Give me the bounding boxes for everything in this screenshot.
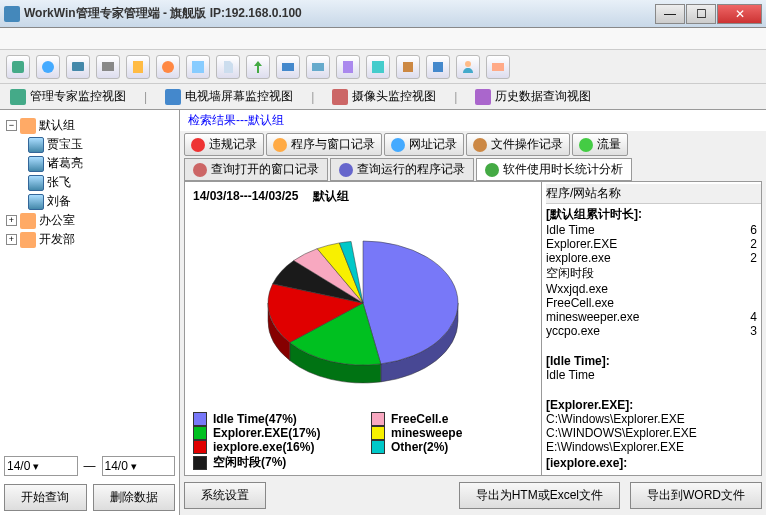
list-item[interactable]: E:\Windows\Explorer.EXE bbox=[546, 440, 761, 454]
rectab-traffic[interactable]: 流量 bbox=[572, 133, 628, 156]
list-header: 程序/网站名称 bbox=[546, 184, 761, 204]
toolbar-icon-6[interactable] bbox=[156, 55, 180, 79]
app-icon bbox=[4, 6, 20, 22]
list-item[interactable]: 空闲时段 bbox=[546, 265, 761, 282]
viewtab-wall[interactable]: 电视墙屏幕监控视图 bbox=[161, 86, 297, 107]
rectab-file[interactable]: 文件操作记录 bbox=[466, 133, 570, 156]
expand-icon[interactable]: + bbox=[6, 234, 17, 245]
date-dash: — bbox=[84, 459, 96, 473]
tree-root[interactable]: − 默认组 bbox=[6, 116, 173, 135]
system-settings-button[interactable]: 系统设置 bbox=[184, 482, 266, 509]
list-item[interactable]: iexplore.exe2 bbox=[546, 251, 761, 265]
toolbar-icon-14[interactable] bbox=[396, 55, 420, 79]
svg-point-5 bbox=[162, 61, 174, 73]
toolbar-icon-screen[interactable] bbox=[66, 55, 90, 79]
list-item[interactable]: Explorer.EXE2 bbox=[546, 237, 761, 251]
svg-rect-8 bbox=[312, 63, 324, 71]
group-tree[interactable]: − 默认组 贾宝玉 诸葛亮 张飞 刘备 + 办公室 + 开发部 bbox=[0, 110, 179, 452]
chart-range: 14/03/18---14/03/25 bbox=[193, 189, 298, 203]
group-icon bbox=[20, 213, 36, 229]
list-item[interactable]: yccpo.exe3 bbox=[546, 324, 761, 338]
tree-member[interactable]: 刘备 bbox=[28, 192, 173, 211]
toolbar-icon-12[interactable] bbox=[336, 55, 360, 79]
export-html-button[interactable]: 导出为HTM或Excel文件 bbox=[459, 482, 620, 509]
toolbar-icon-5[interactable] bbox=[126, 55, 150, 79]
tree-member[interactable]: 张飞 bbox=[28, 173, 173, 192]
svg-rect-4 bbox=[133, 61, 143, 73]
tree-member[interactable]: 诸葛亮 bbox=[28, 154, 173, 173]
subtab-stats[interactable]: 软件使用时长统计分析 bbox=[476, 158, 632, 181]
minimize-button[interactable]: — bbox=[655, 4, 685, 24]
svg-rect-3 bbox=[102, 62, 114, 71]
list-item[interactable]: Idle Time bbox=[546, 368, 761, 382]
chart-legend: Idle Time(47%) FreeCell.e Explorer.EXE(1… bbox=[193, 412, 533, 471]
export-word-button[interactable]: 导出到WORD文件 bbox=[630, 482, 762, 509]
viewtab-monitor[interactable]: 管理专家监控视图 bbox=[6, 86, 130, 107]
svg-rect-10 bbox=[372, 61, 384, 73]
monitor-icon bbox=[28, 175, 44, 191]
toolbar-icon-8[interactable] bbox=[216, 55, 240, 79]
delete-button[interactable]: 删除数据 bbox=[93, 484, 176, 511]
main-toolbar bbox=[0, 50, 766, 84]
toolbar-icon-10[interactable] bbox=[276, 55, 300, 79]
pie-chart bbox=[258, 225, 468, 395]
list-section: [Explorer.EXE]: bbox=[546, 398, 761, 412]
rectab-violation[interactable]: 违规记录 bbox=[184, 133, 264, 156]
rectab-program[interactable]: 程序与窗口记录 bbox=[266, 133, 382, 156]
svg-rect-7 bbox=[282, 63, 294, 71]
group-icon bbox=[20, 118, 36, 134]
toolbar-icon-15[interactable] bbox=[426, 55, 450, 79]
toolbar-icon-17[interactable] bbox=[486, 55, 510, 79]
subtab-programs[interactable]: 查询运行的程序记录 bbox=[330, 158, 474, 181]
date-from-select[interactable]: 14/0 ▾ bbox=[4, 456, 78, 476]
date-to-select[interactable]: 14/0 ▾ bbox=[102, 456, 176, 476]
toolbar-icon-globe[interactable] bbox=[36, 55, 60, 79]
toolbar-icon-1[interactable] bbox=[6, 55, 30, 79]
bottom-buttons: 系统设置 导出为HTM或Excel文件 导出到WORD文件 bbox=[180, 476, 766, 515]
tree-label: 默认组 bbox=[39, 117, 75, 134]
svg-rect-9 bbox=[343, 61, 353, 73]
menu-item[interactable] bbox=[0, 28, 11, 49]
list-item[interactable]: Idle Time6 bbox=[546, 223, 761, 237]
chart-group: 默认组 bbox=[313, 189, 349, 203]
monitor-icon bbox=[28, 156, 44, 172]
toolbar-icon-13[interactable] bbox=[366, 55, 390, 79]
menubar bbox=[0, 28, 766, 50]
toolbar-icon-9[interactable] bbox=[246, 55, 270, 79]
monitor-icon bbox=[28, 194, 44, 210]
toolbar-icon-7[interactable] bbox=[186, 55, 210, 79]
tree-group[interactable]: + 办公室 bbox=[6, 211, 173, 230]
viewtab-camera[interactable]: 摄像头监控视图 bbox=[328, 86, 440, 107]
toolbar-icon-4[interactable] bbox=[96, 55, 120, 79]
list-item[interactable]: C:\WINDOWS\Explorer.EXE bbox=[546, 426, 761, 440]
list-item[interactable]: C:\Windows\Explorer.EXE bbox=[546, 412, 761, 426]
expand-icon[interactable]: + bbox=[6, 215, 17, 226]
list-section: [Idle Time]: bbox=[546, 354, 761, 368]
tree-member[interactable]: 贾宝玉 bbox=[28, 135, 173, 154]
svg-rect-12 bbox=[433, 62, 443, 72]
group-icon bbox=[20, 232, 36, 248]
list-item[interactable]: Wxxjqd.exe bbox=[546, 282, 761, 296]
query-button[interactable]: 开始查询 bbox=[4, 484, 87, 511]
toolbar-icon-user[interactable] bbox=[456, 55, 480, 79]
viewtab-history[interactable]: 历史数据查询视图 bbox=[471, 86, 595, 107]
list-section: [iexplore.exe]: bbox=[546, 456, 761, 470]
tree-group[interactable]: + 开发部 bbox=[6, 230, 173, 249]
close-button[interactable]: ✕ bbox=[717, 4, 762, 24]
right-panel: 检索结果---默认组 违规记录 程序与窗口记录 网址记录 文件操作记录 流量 查… bbox=[180, 110, 766, 515]
svg-rect-6 bbox=[192, 61, 204, 73]
svg-rect-0 bbox=[12, 61, 24, 73]
left-panel: − 默认组 贾宝玉 诸葛亮 张飞 刘备 + 办公室 + 开发部 14/0 bbox=[0, 110, 180, 515]
svg-rect-2 bbox=[72, 62, 84, 71]
rectab-url[interactable]: 网址记录 bbox=[384, 133, 464, 156]
svg-point-1 bbox=[42, 61, 54, 73]
list-item[interactable]: FreeCell.exe bbox=[546, 296, 761, 310]
collapse-icon[interactable]: − bbox=[6, 120, 17, 131]
maximize-button[interactable]: ☐ bbox=[686, 4, 716, 24]
subtab-windows[interactable]: 查询打开的窗口记录 bbox=[184, 158, 328, 181]
chart-panel: 14/03/18---14/03/25 默认组 Idle Time(47%) F… bbox=[185, 182, 541, 475]
program-list[interactable]: 程序/网站名称 [默认组累计时长]: Idle Time6Explorer.EX… bbox=[541, 182, 761, 475]
search-result-label: 检索结果---默认组 bbox=[180, 110, 766, 131]
list-item[interactable]: minesweeper.exe4 bbox=[546, 310, 761, 324]
toolbar-icon-11[interactable] bbox=[306, 55, 330, 79]
